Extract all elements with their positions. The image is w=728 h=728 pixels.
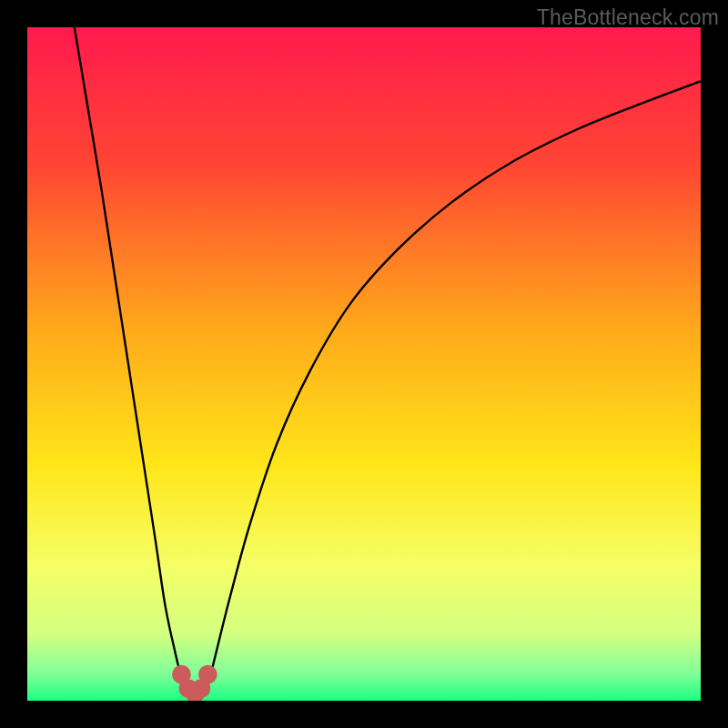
trough-dot-4 — [198, 665, 217, 684]
chart-frame: TheBottleneck.com — [0, 0, 728, 728]
watermark-text: TheBottleneck.com — [537, 5, 719, 30]
chart-plot-area — [27, 27, 701, 701]
chart-svg — [27, 27, 701, 701]
